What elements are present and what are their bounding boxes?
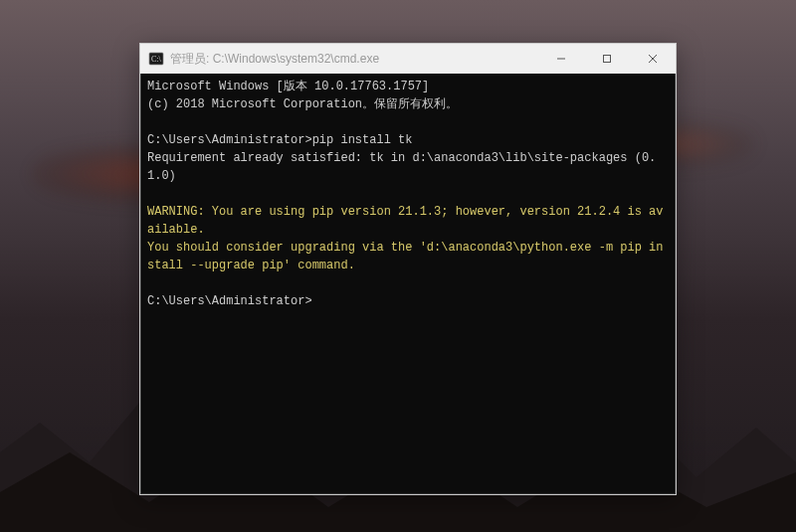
typed-command: pip install tk — [312, 133, 413, 147]
svg-text:C:\: C:\ — [151, 55, 162, 64]
terminal-surface[interactable]: Microsoft Windows [版本 10.0.17763.1757] (… — [140, 74, 676, 494]
svg-rect-3 — [604, 56, 611, 63]
minimize-button[interactable] — [538, 44, 584, 74]
window-title: 管理员: C:\Windows\system32\cmd.exe — [170, 51, 538, 68]
banner-line: Microsoft Windows [版本 10.0.17763.1757] — [147, 80, 429, 93]
banner-line: (c) 2018 Microsoft Corporation。保留所有权利。 — [147, 97, 458, 111]
output-line: Requirement already satisfied: tk in d:\… — [147, 151, 656, 183]
warning-line: WARNING: You are using pip version 21.1.… — [147, 205, 663, 237]
titlebar[interactable]: C:\ 管理员: C:\Windows\system32\cmd.exe — [140, 44, 676, 74]
prompt-path: C:\Users\Administrator> — [147, 294, 312, 308]
warning-line: You should consider upgrading via the 'd… — [147, 241, 663, 272]
cmd-app-icon: C:\ — [148, 51, 164, 67]
prompt-path: C:\Users\Administrator> — [147, 133, 312, 147]
close-button[interactable] — [630, 44, 676, 74]
maximize-button[interactable] — [584, 44, 630, 74]
cmd-window: C:\ 管理员: C:\Windows\system32\cmd.exe Mic… — [139, 43, 677, 495]
